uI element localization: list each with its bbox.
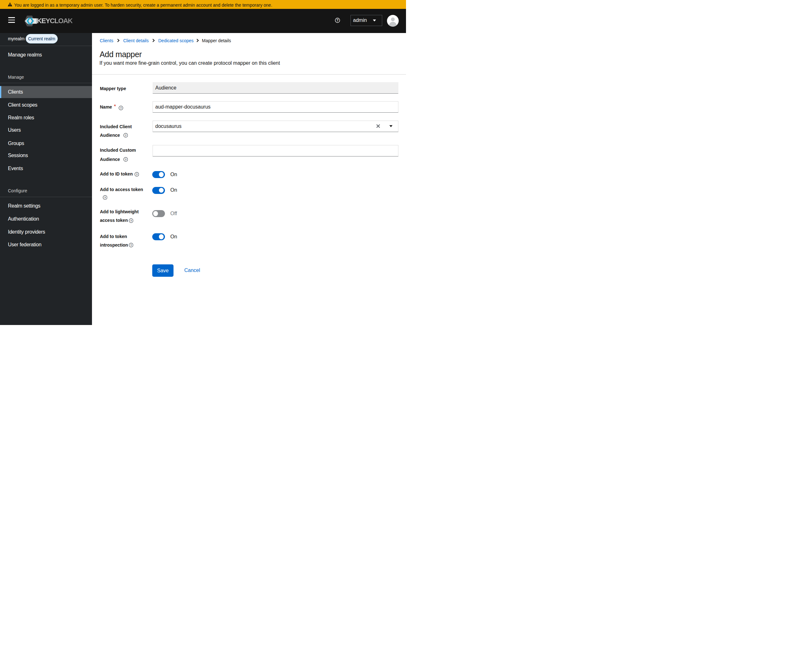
svg-text:?: ? [125,158,127,161]
svg-text:?: ? [125,134,127,137]
svg-text:?: ? [104,196,106,199]
svg-text:?: ? [120,106,122,110]
svg-text:?: ? [337,18,339,22]
svg-text:?: ? [136,173,138,176]
svg-text:?: ? [130,243,132,247]
svg-text:?: ? [130,219,132,222]
